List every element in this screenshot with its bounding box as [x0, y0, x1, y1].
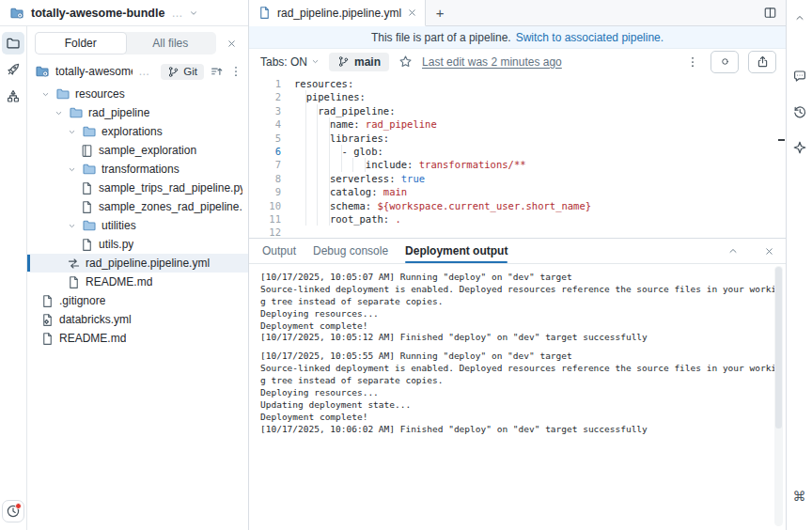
- code-line-1[interactable]: 1resources:: [249, 77, 786, 90]
- tree-item-readme-md[interactable]: README.md: [27, 329, 248, 348]
- chevron-down-icon[interactable]: [67, 128, 77, 136]
- indent-guides: [294, 199, 330, 212]
- output-tab-output[interactable]: Output: [262, 239, 296, 263]
- rail-button-comments[interactable]: [789, 65, 811, 87]
- close-output-icon[interactable]: [759, 242, 778, 260]
- tree-root[interactable]: totally-awesome-bundle … Git: [27, 60, 248, 83]
- tabs-toggle-dropdown[interactable]: Tabs: ON: [260, 55, 320, 69]
- collapse-output-icon[interactable]: [724, 242, 742, 260]
- tree-item-resources[interactable]: resources: [27, 85, 248, 103]
- code-line-8[interactable]: 8serverless: true: [249, 172, 786, 185]
- tree-item--gitignore[interactable]: .gitignore: [27, 291, 248, 310]
- code-line-5[interactable]: 5libraries:: [249, 132, 786, 145]
- tree-item-transformations[interactable]: transformations: [27, 160, 248, 179]
- line-number: 8: [249, 172, 294, 185]
- indent-guides: [294, 117, 330, 131]
- rail-button-launcher[interactable]: [2, 58, 24, 81]
- browser-view-toggle-row: Folder All files: [27, 32, 248, 60]
- workspace-header[interactable]: totally-awesome-bundle …: [0, 0, 248, 26]
- output-scrollbar[interactable]: [774, 266, 783, 526]
- code-token: root_path:: [330, 212, 396, 226]
- indent-guides: [294, 90, 306, 103]
- rail-button-workspace-browser[interactable]: [2, 32, 24, 55]
- tree-item-label: explorations: [102, 125, 163, 138]
- chevron-down-icon[interactable]: [67, 222, 77, 230]
- tree-item-rad-pipeline[interactable]: rad_pipeline: [27, 103, 248, 122]
- git-branch-selector[interactable]: main: [329, 53, 389, 71]
- chevron-down-icon[interactable]: [67, 165, 77, 174]
- switch-to-pipeline-link[interactable]: Switch to associated pipeline.: [516, 31, 664, 44]
- close-tab-icon[interactable]: [407, 8, 417, 18]
- rail-button-collapse[interactable]: [789, 7, 811, 29]
- output-line: [10/17/2025, 10:05:12 AM] Finished "depl…: [260, 332, 763, 344]
- code-line-3[interactable]: 3rad_pipeline:: [249, 104, 786, 117]
- dag-icon: [6, 88, 21, 103]
- new-tab-button[interactable]: +: [426, 0, 454, 25]
- run-status-button[interactable]: [710, 51, 739, 73]
- view-toggle-folder[interactable]: Folder: [36, 33, 126, 54]
- line-number: 4: [249, 117, 294, 131]
- code-line-11[interactable]: 11root_path: .: [249, 212, 786, 226]
- file-icon: [80, 200, 94, 214]
- tree-item-utils-py[interactable]: utils.py: [27, 235, 248, 254]
- folder-fill-icon: [55, 86, 70, 101]
- close-browser-button[interactable]: [222, 34, 241, 53]
- code-line-6[interactable]: 6- glob:: [249, 145, 786, 158]
- code-line-7[interactable]: 7include: transformations/**: [249, 158, 786, 171]
- chevron-down-icon[interactable]: [40, 90, 51, 99]
- split-view-icon[interactable]: [754, 0, 786, 25]
- view-toggle-all-files[interactable]: All files: [126, 33, 216, 54]
- rail-button-shortcuts[interactable]: ⌘: [789, 485, 811, 507]
- code-token: - glob:: [342, 145, 383, 158]
- yaml-file-icon: [258, 6, 272, 20]
- line-number: 7: [249, 158, 294, 171]
- pipeline-icon: [67, 257, 81, 271]
- line-number: 10: [249, 199, 294, 212]
- last-edit-link[interactable]: Last edit was 2 minutes ago: [422, 55, 562, 69]
- rail-button-recents[interactable]: [2, 500, 24, 522]
- code-token: rad_pipeline: [366, 117, 437, 131]
- folder-fill-icon: [82, 218, 97, 233]
- editor-tab[interactable]: rad_pipeline.pipeline.yml: [249, 0, 426, 26]
- code-line-10[interactable]: 10schema: ${workspace.current_user.short…: [249, 199, 786, 212]
- sparkle-icon: [792, 140, 807, 155]
- code-line-4[interactable]: 4name: rad_pipeline: [249, 117, 786, 131]
- output-line: [10/17/2025, 10:05:55 AM] Running "deplo…: [260, 351, 763, 363]
- tree-item-sample-zones-rad-pipeline-py[interactable]: sample_zones_rad_pipeline.py: [27, 197, 248, 216]
- indent-guides: [294, 158, 366, 171]
- tree-kebab-menu-button[interactable]: [229, 62, 242, 81]
- deployment-output-log[interactable]: [10/17/2025, 10:05:07 AM] Running "deplo…: [249, 264, 786, 530]
- chevron-down-icon[interactable]: [54, 109, 64, 117]
- file-icon: [40, 294, 55, 308]
- output-tab-debug-console[interactable]: Debug console: [313, 239, 388, 263]
- output-tab-deployment-output[interactable]: Deployment output: [405, 239, 508, 263]
- tree-item-utilities[interactable]: utilities: [27, 216, 248, 235]
- code-line-12[interactable]: 12: [249, 226, 786, 238]
- favorite-star-icon[interactable]: [398, 55, 413, 69]
- code-editor[interactable]: 1resources:2pipelines:3rad_pipeline:4nam…: [249, 74, 786, 238]
- rail-button-assistant[interactable]: [789, 136, 811, 159]
- git-badge[interactable]: Git: [161, 64, 204, 80]
- rail-button-pipeline-graph[interactable]: [2, 85, 24, 107]
- share-button[interactable]: [748, 51, 776, 73]
- editor-kebab-menu-button[interactable]: [684, 55, 701, 69]
- tree-item-databricks-yml[interactable]: databricks.yml: [27, 310, 248, 329]
- comment-icon: [792, 69, 807, 84]
- sort-button[interactable]: [210, 62, 224, 81]
- file-icon: [67, 275, 81, 289]
- output-line: g tree instead of separate copies.: [260, 296, 763, 308]
- tree-item-sample-exploration[interactable]: sample_exploration: [27, 141, 248, 160]
- history-icon: [792, 104, 807, 119]
- tree-item-sample-trips-rad-pipeline-py[interactable]: sample_trips_rad_pipeline.py: [27, 179, 248, 197]
- code-line-2[interactable]: 2pipelines:: [249, 90, 786, 103]
- indent-guides: [294, 145, 342, 158]
- tree-item-rad-pipeline-pipeline-yml[interactable]: rad_pipeline.pipeline.yml: [27, 254, 248, 273]
- code-line-9[interactable]: 9catalog: main: [249, 185, 786, 198]
- tree-item-explorations[interactable]: explorations: [27, 122, 248, 141]
- right-rail: ⌘: [786, 0, 812, 530]
- tree-item-readme-md[interactable]: README.md: [27, 273, 248, 291]
- line-number: 12: [249, 226, 294, 238]
- tree-item-label: resources: [75, 87, 125, 101]
- chevron-down-icon[interactable]: [189, 8, 198, 18]
- rail-button-version-history[interactable]: [789, 101, 811, 123]
